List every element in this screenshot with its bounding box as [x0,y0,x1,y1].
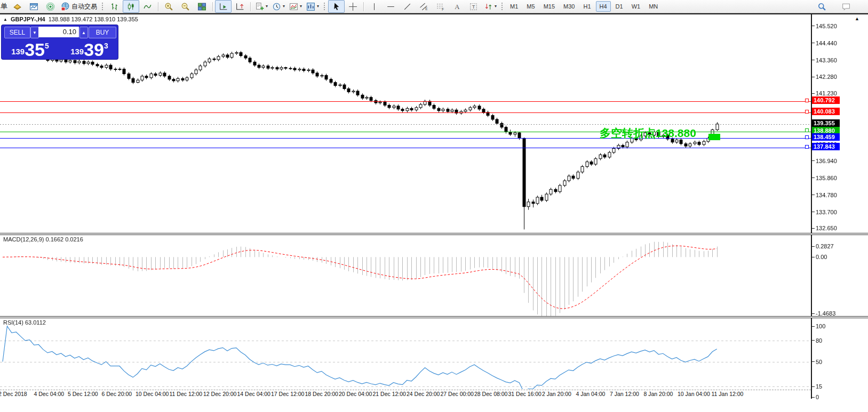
chat-button[interactable] [838,0,854,13]
time-axis-label[interactable]: 12 Dec 20:00 [203,391,236,397]
tile-windows-icon [197,2,206,11]
gold-order-icon [13,2,22,11]
toolbar-grip[interactable] [501,2,504,11]
timeframe-m15[interactable]: M15 [540,1,559,12]
auto-scroll-button[interactable] [215,0,232,13]
timeframe-d1[interactable]: D1 [612,1,627,12]
auto-scroll-icon [219,2,228,11]
search-button[interactable] [814,0,830,13]
candlestick-icon [126,2,136,11]
candlestick-chart-button[interactable] [123,0,139,13]
fibonacci-tool[interactable]: F [432,0,449,13]
time-axis-label[interactable]: 7 Jan 12:00 [610,391,639,397]
zoom-in-button[interactable] [161,0,177,13]
price-level-chip[interactable]: 139.355 [812,119,840,127]
signals-button[interactable] [42,0,59,13]
toolbar-grip[interactable] [101,2,104,11]
timeframe-mn[interactable]: MN [645,1,662,12]
price-axis-tick [812,177,815,178]
crosshair-icon [348,2,357,11]
time-axis-label[interactable]: 28 Dec 08:00 [474,391,507,397]
timeframe-m30[interactable]: M30 [560,1,578,12]
autotrading-button[interactable]: 自动交易 [59,0,99,13]
level-line-handle[interactable] [805,99,809,102]
vertical-line-tool[interactable] [366,0,383,13]
profiles-button[interactable]: ▾ [304,0,321,13]
arrows-tool[interactable]: ▾ [482,0,499,13]
buy-button[interactable]: BUY [89,27,116,38]
time-axis-label[interactable]: 18 Dec 20:00 [305,391,338,397]
time-axis-label[interactable]: 14 Dec 04:00 [237,391,270,397]
time-axis-label[interactable]: 11 Jan 12:00 [712,391,744,397]
rsi-indicator-canvas[interactable] [0,318,811,389]
time-axis-label[interactable]: 21 Dec 12:00 [373,391,406,397]
time-axis-label[interactable]: 5 Dec 12:00 [68,391,98,397]
time-axis-label[interactable]: 8 Jan 20:00 [644,391,673,397]
price-level-chip[interactable]: 140.792 [812,96,840,104]
timeframe-m1[interactable]: M1 [506,1,522,12]
templates-button[interactable]: ▾ [287,0,304,13]
rsi-axis-tick [812,326,815,327]
price-level-chip[interactable]: 138.459 [812,133,840,141]
buy-price[interactable]: 139 39 3 [61,38,118,59]
price-axis-tick [812,26,815,26]
price-axis-tick-label: 143.360 [816,57,837,63]
sell-button[interactable]: SELL [4,27,30,38]
chevron-down-icon: ▾ [495,4,497,9]
time-axis-label[interactable]: 20 Dec 04:00 [339,391,372,397]
time-axis-label[interactable]: 10 Jan 04:00 [678,391,710,397]
text-tool[interactable]: A [449,0,465,13]
toolbar-grip[interactable] [323,2,326,11]
macd-indicator-canvas[interactable] [0,235,811,316]
bar-chart-button[interactable] [106,0,123,13]
channel-tool[interactable]: E [416,0,432,13]
line-chart-button[interactable] [139,0,156,13]
tile-windows-button[interactable] [194,0,210,13]
price-chart-canvas[interactable] [0,14,811,233]
volume-input[interactable]: 0.10 [38,27,79,37]
timeframe-m5[interactable]: M5 [523,1,538,12]
new-order-label[interactable]: 单 [0,2,9,11]
time-axis-label[interactable]: 10 Dec 04:00 [136,391,169,397]
new-order-button[interactable] [9,0,26,13]
sell-price-big: 35 [25,42,45,58]
pivot-annotation-marker[interactable] [708,134,720,140]
time-axis-label[interactable]: 31 Dec 16:00 [508,391,541,397]
time-axis-label[interactable]: 4 Dec 04:00 [34,391,65,397]
sell-price[interactable]: 139 35 5 [2,38,59,59]
trendline-tool[interactable] [399,0,416,13]
market-watch-button[interactable] [26,0,42,13]
pivot-annotation-text[interactable]: 多空转折点138.880 [600,126,696,141]
label-tool[interactable]: T [465,0,482,13]
timeframe-group: M1M5M15M30H1H4D1W1MN [506,1,662,12]
time-axis-label[interactable]: 2 Dec 2018 [0,391,27,397]
time-axis-label[interactable]: 17 Dec 12:00 [271,391,304,397]
horizontal-line-tool[interactable] [383,0,399,13]
crosshair-button[interactable] [345,0,361,13]
indicators-icon [255,2,264,11]
level-line-handle[interactable] [805,128,809,132]
timeframe-h1[interactable]: H1 [579,1,594,12]
timeframe-w1[interactable]: W1 [628,1,644,12]
chart-shift-button[interactable] [232,0,248,13]
volume-decrease-button[interactable]: ▼ [30,27,39,38]
time-axis-label[interactable]: 24 Dec 20:00 [407,391,440,397]
level-line-handle[interactable] [805,135,809,139]
time-axis-label[interactable]: 11 Dec 12:00 [170,391,203,397]
axis-top-marker[interactable]: ▲ [855,16,859,21]
time-axis-label[interactable]: 4 Jan 04:00 [576,391,606,397]
chevron-down-icon: ▾ [283,4,285,9]
indicators-button[interactable]: ▾ [253,0,270,13]
level-line-handle[interactable] [805,145,809,149]
time-axis-label[interactable]: 6 Dec 20:00 [102,391,132,397]
time-axis-label[interactable]: 27 Dec 00:00 [441,391,474,397]
zoom-out-button[interactable] [177,0,194,13]
price-level-chip[interactable]: 140.083 [812,108,840,115]
time-axis-label[interactable]: 2 Jan 20:00 [542,391,571,397]
periods-button[interactable]: ▾ [270,0,287,13]
level-line-handle[interactable] [805,110,809,114]
volume-increase-button[interactable]: ▲ [79,27,88,38]
timeframe-h4[interactable]: H4 [596,1,611,12]
price-level-chip[interactable]: 137.843 [812,143,840,150]
cursor-button[interactable] [328,0,345,13]
